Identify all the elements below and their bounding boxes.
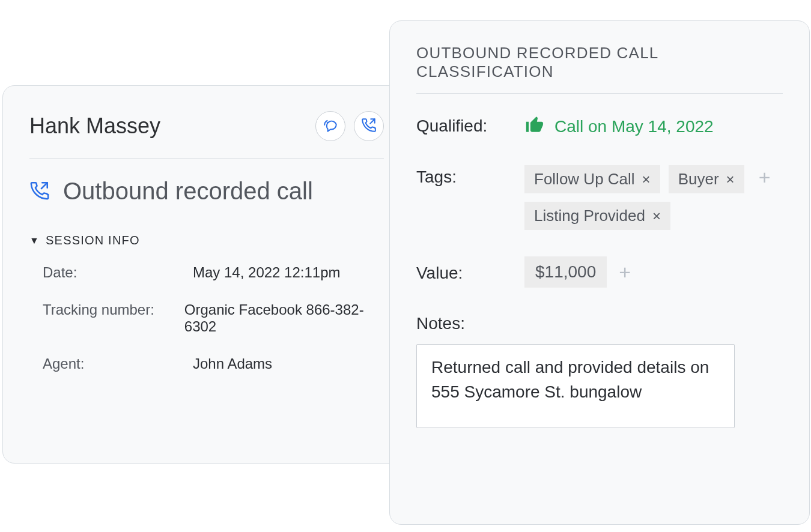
session-tracking-label: Tracking number: [43, 301, 184, 335]
svg-line-0 [370, 119, 375, 124]
tags-label: Tags: [416, 165, 524, 187]
notes-section: Notes: [416, 314, 783, 431]
plus-icon: + [759, 166, 771, 189]
value-row: Value: $11,000 + [416, 256, 783, 288]
contact-header: Hank Massey [29, 111, 384, 159]
message-button[interactable] [315, 111, 345, 141]
tag-chip[interactable]: Buyer × [669, 165, 744, 193]
caret-down-icon: ▼ [29, 235, 40, 246]
session-info-rows: Date: May 14, 2022 12:11pm Tracking numb… [29, 264, 384, 372]
tag-chip[interactable]: Listing Provided × [524, 202, 670, 230]
session-date-label: Date: [43, 264, 193, 281]
phone-outgoing-icon [361, 117, 377, 135]
qualified-value[interactable]: Call on May 14, 2022 [524, 114, 714, 139]
call-button[interactable] [354, 111, 384, 141]
tag-chip[interactable]: Follow Up Call × [524, 165, 660, 193]
session-tracking-value: Organic Facebook 866-382-6302 [184, 301, 384, 335]
tag-label: Follow Up Call [534, 170, 635, 189]
thumbs-up-icon [524, 114, 545, 139]
tags-container: Follow Up Call × Buyer × + Listing Provi… [524, 165, 777, 230]
session-agent-value: John Adams [193, 355, 272, 372]
remove-tag-icon[interactable]: × [642, 172, 651, 187]
call-title-row: Outbound recorded call [29, 178, 384, 205]
session-row-agent: Agent: John Adams [43, 355, 384, 372]
classification-title: OUTBOUND RECORDED CALL CLASSIFICATION [416, 44, 783, 94]
qualified-row: Qualified: Call on May 14, 2022 [416, 114, 783, 139]
session-info-toggle[interactable]: ▼ SESSION INFO [29, 234, 384, 247]
session-agent-label: Agent: [43, 355, 193, 372]
notes-label: Notes: [416, 314, 783, 333]
contact-action-buttons [315, 111, 384, 141]
phone-outgoing-icon [29, 180, 50, 203]
contact-name: Hank Massey [29, 113, 160, 139]
value-amount: $11,000 [535, 262, 596, 282]
remove-tag-icon[interactable]: × [652, 209, 661, 223]
session-info-label: SESSION INFO [46, 234, 140, 247]
qualified-label: Qualified: [416, 114, 524, 136]
tag-label: Listing Provided [534, 207, 645, 225]
session-date-value: May 14, 2022 12:11pm [193, 264, 341, 281]
svg-line-1 [41, 183, 47, 189]
value-chip[interactable]: $11,000 [524, 256, 607, 288]
plus-icon: + [619, 261, 631, 284]
add-tag-button[interactable]: + [753, 165, 777, 189]
tags-row: Tags: Follow Up Call × Buyer × + Listing… [416, 165, 783, 230]
call-session-card: Hank Massey [2, 85, 411, 464]
classification-card: OUTBOUND RECORDED CALL CLASSIFICATION Qu… [389, 20, 810, 525]
remove-tag-icon[interactable]: × [726, 172, 735, 187]
add-value-button[interactable]: + [613, 260, 637, 284]
chat-icon [323, 117, 338, 135]
call-title: Outbound recorded call [63, 178, 313, 205]
value-label: Value: [416, 261, 524, 283]
notes-textarea[interactable] [416, 344, 735, 428]
tag-label: Buyer [678, 170, 719, 189]
qualified-text: Call on May 14, 2022 [554, 117, 714, 136]
session-row-tracking: Tracking number: Organic Facebook 866-38… [43, 301, 384, 335]
session-row-date: Date: May 14, 2022 12:11pm [43, 264, 384, 281]
